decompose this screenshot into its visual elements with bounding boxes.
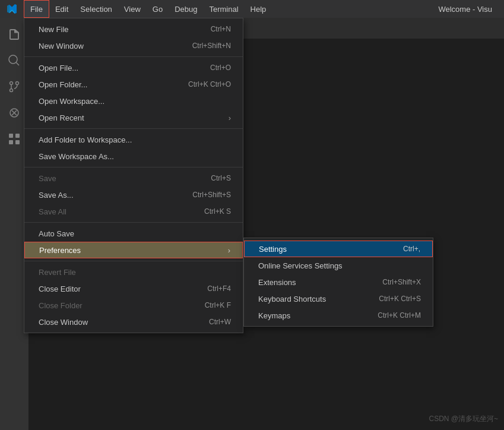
preferences-item[interactable]: Preferences ›: [24, 242, 243, 258]
menu-section-open: Open File... Ctrl+O Open Folder... Ctrl+…: [24, 57, 243, 129]
close-editor-item[interactable]: Close Editor Ctrl+F4: [24, 280, 243, 297]
debug-menu-item[interactable]: Debug: [169, 0, 203, 18]
vscode-logo: [0, 0, 24, 18]
preferences-submenu: Settings Ctrl+, Online Services Settings…: [243, 238, 433, 327]
menu-bar: File Edit Selection View Go Debug Termin…: [24, 0, 272, 18]
close-window-item[interactable]: Close Window Ctrl+W: [24, 314, 243, 330]
open-workspace-item[interactable]: Open Workspace...: [24, 93, 243, 109]
new-window-item[interactable]: New Window Ctrl+Shift+N: [24, 37, 243, 54]
save-as-item[interactable]: Save As... Ctrl+Shift+S: [24, 186, 243, 203]
terminal-menu-item[interactable]: Terminal: [203, 0, 244, 18]
settings-item[interactable]: Settings Ctrl+,: [244, 241, 433, 257]
menu-section-workspace: Add Folder to Workspace... Save Workspac…: [24, 129, 243, 167]
file-menu-dropdown: New File Ctrl+N New Window Ctrl+Shift+N …: [24, 18, 243, 333]
dropdown-overlay: New File Ctrl+N New Window Ctrl+Shift+N …: [0, 18, 504, 430]
title-bar: File Edit Selection View Go Debug Termin…: [0, 0, 504, 18]
extensions-pref-item[interactable]: Extensions Ctrl+Shift+X: [244, 274, 433, 290]
open-recent-arrow: ›: [229, 113, 231, 122]
close-folder-item: Close Folder Ctrl+K F: [24, 297, 243, 314]
open-folder-item[interactable]: Open Folder... Ctrl+K Ctrl+O: [24, 76, 243, 93]
keyboard-shortcuts-item[interactable]: Keyboard Shortcuts Ctrl+K Ctrl+S: [244, 290, 433, 307]
menu-section-new: New File Ctrl+N New Window Ctrl+Shift+N: [24, 18, 243, 57]
new-file-item[interactable]: New File Ctrl+N: [24, 21, 243, 37]
save-all-item: Save All Ctrl+K S: [24, 203, 243, 220]
keymaps-item[interactable]: Keymaps Ctrl+K Ctrl+M: [244, 307, 433, 324]
open-recent-item[interactable]: Open Recent ›: [24, 109, 243, 126]
selection-menu-item[interactable]: Selection: [74, 0, 118, 18]
online-services-item[interactable]: Online Services Settings: [244, 257, 433, 274]
open-file-item[interactable]: Open File... Ctrl+O: [24, 59, 243, 76]
file-menu-item[interactable]: File: [24, 0, 49, 18]
preferences-arrow: ›: [228, 246, 230, 255]
go-menu-item[interactable]: Go: [147, 0, 169, 18]
window-title: Welcome - Visu: [438, 5, 492, 14]
auto-save-item[interactable]: Auto Save: [24, 225, 243, 242]
menu-section-close: Revert File Close Editor Ctrl+F4 Close F…: [24, 261, 243, 333]
help-menu-item[interactable]: Help: [245, 0, 272, 18]
edit-menu-item[interactable]: Edit: [49, 0, 74, 18]
revert-file-item: Revert File: [24, 264, 243, 280]
add-folder-item[interactable]: Add Folder to Workspace...: [24, 131, 243, 148]
menu-section-save: Save Ctrl+S Save As... Ctrl+Shift+S Save…: [24, 167, 243, 223]
save-item: Save Ctrl+S: [24, 170, 243, 186]
menu-section-autosave: Auto Save Preferences ›: [24, 223, 243, 261]
save-workspace-item[interactable]: Save Workspace As...: [24, 148, 243, 165]
view-menu-item[interactable]: View: [118, 0, 147, 18]
